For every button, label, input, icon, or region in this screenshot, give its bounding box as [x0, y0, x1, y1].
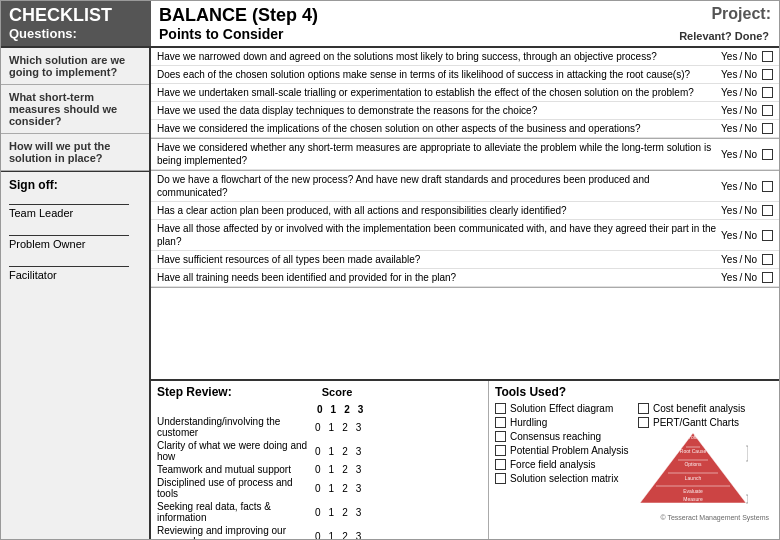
- list-item: Potential Problem Analysis: [495, 445, 630, 456]
- done-checkbox[interactable]: [762, 230, 773, 241]
- question-text: Have we considered the implications of t…: [155, 121, 721, 136]
- score-title: Score: [322, 386, 353, 398]
- list-item: Teamwork and mutual support 0123: [157, 464, 482, 475]
- header-left: CHECKLIST Questions:: [1, 1, 151, 46]
- relevant-done-label: Relevant? Done?: [679, 30, 771, 42]
- questions-area: Have we narrowed down and agreed on the …: [151, 48, 779, 379]
- question-text: Have all those affected by or involved w…: [155, 221, 721, 249]
- question-text: Does each of the chosen solution options…: [155, 67, 721, 82]
- yes-no-3: Yes / No: [721, 87, 775, 98]
- svg-text:Measure: Measure: [683, 496, 703, 502]
- tools-grid: Solution Effect diagram Hurdling Consens…: [495, 403, 773, 522]
- question-text: Have we narrowed down and agreed on the …: [155, 49, 721, 64]
- done-checkbox[interactable]: [762, 87, 773, 98]
- question-text: Have sufficient resources of all types b…: [155, 252, 721, 267]
- checklist-sub: Questions:: [9, 26, 143, 41]
- bottom-area: Step Review: Score 0 1 2 3 Understan: [151, 379, 779, 539]
- done-checkbox[interactable]: [762, 205, 773, 216]
- table-row: Have sufficient resources of all types b…: [151, 251, 779, 269]
- tool-checkbox[interactable]: [495, 417, 506, 428]
- done-checkbox[interactable]: [762, 105, 773, 116]
- signoff-block: Sign off: Team Leader Problem Owner Faci…: [1, 171, 149, 539]
- header: CHECKLIST Questions: BALANCE (Step 4) Pr…: [1, 1, 779, 48]
- question-group-2: Have we considered whether any short-ter…: [151, 139, 779, 171]
- done-checkbox[interactable]: [762, 181, 773, 192]
- list-item: Solution Effect diagram: [495, 403, 630, 414]
- yes-no-2: Yes / No: [721, 69, 775, 80]
- problem-owner-label: Problem Owner: [9, 238, 141, 250]
- tools-used-title: Tools Used?: [495, 385, 773, 399]
- list-item: Cost benefit analysis: [638, 403, 773, 414]
- question-text: Has a clear action plan been produced, w…: [155, 203, 721, 218]
- done-checkbox[interactable]: [762, 51, 773, 62]
- table-row: Have all those affected by or involved w…: [151, 220, 779, 251]
- question-block-1: Which solution are we going to implement…: [1, 48, 149, 85]
- signoff-line-1: [9, 204, 129, 205]
- done-checkbox[interactable]: [762, 254, 773, 265]
- list-item: Consensus reaching: [495, 431, 630, 442]
- checklist-title: CHECKLIST: [9, 6, 143, 26]
- list-item: Seeking real data, facts & information 0…: [157, 501, 482, 523]
- table-row: Have we considered the implications of t…: [151, 120, 779, 138]
- yes-no-10: Yes / No: [721, 254, 775, 265]
- yes-no-5: Yes / No: [721, 123, 775, 134]
- header-right: BALANCE (Step 4) Project: Points to Cons…: [151, 1, 779, 46]
- signoff-line-2: [9, 235, 129, 236]
- right-column: Have we narrowed down and agreed on the …: [151, 48, 779, 539]
- tool-checkbox[interactable]: [638, 417, 649, 428]
- yes-no-1: Yes / No: [721, 51, 775, 62]
- table-row: Have we considered whether any short-ter…: [151, 139, 779, 170]
- list-item: Disciplined use of process and tools 012…: [157, 477, 482, 499]
- signoff-team-leader: Team Leader: [9, 204, 141, 219]
- pyramid-svg: Profile Root Cause Options Launch Evalua…: [638, 431, 748, 511]
- done-checkbox[interactable]: [762, 149, 773, 160]
- list-item: Hurdling: [495, 417, 630, 428]
- page: CHECKLIST Questions: BALANCE (Step 4) Pr…: [0, 0, 780, 540]
- table-row: Do we have a flowchart of the new proces…: [151, 171, 779, 202]
- tool-checkbox[interactable]: [495, 459, 506, 470]
- svg-text:Profile: Profile: [686, 434, 700, 440]
- question-group-1: Have we narrowed down and agreed on the …: [151, 48, 779, 139]
- step-review-title: Step Review:: [157, 385, 232, 399]
- list-item: Reviewing and improving our approach 012…: [157, 525, 482, 539]
- svg-text:Evaluate: Evaluate: [683, 488, 703, 494]
- table-row: Have we used the data display techniques…: [151, 102, 779, 120]
- svg-text:Launch: Launch: [685, 475, 702, 481]
- done-checkbox[interactable]: [762, 272, 773, 283]
- pyramid-diagram: Profile Root Cause Options Launch Evalua…: [638, 431, 773, 511]
- done-checkbox[interactable]: [762, 123, 773, 134]
- tool-checkbox[interactable]: [638, 403, 649, 414]
- yes-no-7: Yes / No: [721, 181, 775, 192]
- table-row: Have we undertaken small-scale trialling…: [151, 84, 779, 102]
- question-text: Have we used the data display techniques…: [155, 103, 721, 118]
- tools-left-column: Solution Effect diagram Hurdling Consens…: [495, 403, 630, 522]
- tool-checkbox[interactable]: [495, 403, 506, 414]
- question-block-3: How will we put the solution in place?: [1, 134, 149, 171]
- question-text: Have all training needs been identified …: [155, 270, 721, 285]
- table-row: Has a clear action plan been produced, w…: [151, 202, 779, 220]
- main-area: Which solution are we going to implement…: [1, 48, 779, 539]
- list-item: Solution selection matrix: [495, 473, 630, 484]
- points-to-consider: Points to Consider: [159, 26, 283, 42]
- tool-checkbox[interactable]: [495, 431, 506, 442]
- yes-no-6: Yes / No: [721, 149, 775, 160]
- left-column: Which solution are we going to implement…: [1, 48, 151, 539]
- signoff-title: Sign off:: [9, 178, 141, 192]
- project-label: Project:: [711, 5, 771, 23]
- done-checkbox[interactable]: [762, 69, 773, 80]
- balance-title: BALANCE (Step 4): [159, 5, 318, 26]
- yes-no-11: Yes / No: [721, 272, 775, 283]
- yes-no-9: Yes / No: [721, 230, 775, 241]
- tool-checkbox[interactable]: [495, 445, 506, 456]
- list-item: Force field analysis: [495, 459, 630, 470]
- list-item: Clarity of what we were doing and how 01…: [157, 440, 482, 462]
- copyright-text: © Tesseract Management Systems: [638, 513, 773, 522]
- question-block-2: What short-term measures should we consi…: [1, 85, 149, 134]
- svg-text:Root Cause: Root Cause: [680, 448, 707, 454]
- team-leader-label: Team Leader: [9, 207, 141, 219]
- question-text: Have we considered whether any short-ter…: [155, 140, 721, 168]
- tools-used-section: Tools Used? Solution Effect diagram Hurd…: [489, 381, 779, 539]
- tool-checkbox[interactable]: [495, 473, 506, 484]
- facilitator-label: Facilitator: [9, 269, 141, 281]
- step-review: Step Review: Score 0 1 2 3 Understan: [151, 381, 489, 539]
